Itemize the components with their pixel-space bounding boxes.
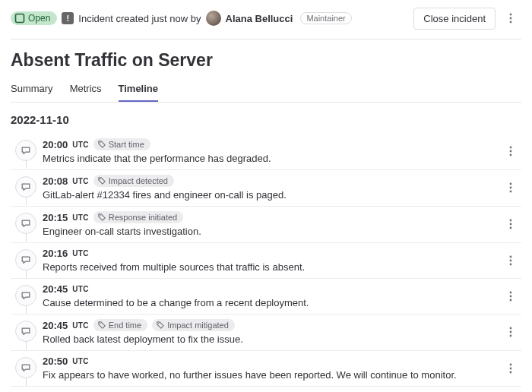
event-tz: UTC (72, 285, 88, 293)
tag-icon (98, 177, 106, 185)
svg-point-23 (158, 323, 160, 324)
svg-point-16 (510, 256, 512, 258)
event-time: 20:00 (43, 139, 68, 150)
timeline-connector (26, 234, 27, 242)
svg-point-9 (510, 183, 512, 185)
timeline-list: 20:00UTCStart timeMetrics indicate that … (11, 134, 521, 392)
timeline-item: 21:00UTCMarking incident as resolved, ti… (11, 387, 521, 392)
svg-point-11 (510, 191, 512, 193)
tag-icon (98, 321, 106, 329)
event-time: 20:45 (43, 320, 68, 331)
comment-icon (15, 213, 36, 234)
close-incident-button[interactable]: Close incident (413, 8, 496, 30)
event-tag-label: Impact mitigated (167, 321, 229, 330)
timeline-head: 20:50UTC (43, 356, 500, 367)
tag-icon (157, 321, 164, 329)
event-time: 20:50 (43, 356, 68, 367)
header-more-menu[interactable] (500, 7, 521, 30)
event-text: Cause determined to be a change from a r… (43, 297, 500, 308)
event-text: Engineer on-call starts investigation. (43, 226, 500, 237)
timeline-connector (26, 198, 27, 205)
svg-point-15 (510, 227, 512, 229)
event-text: Rolled back latest deployment to fix the… (43, 334, 500, 345)
svg-point-26 (510, 335, 512, 337)
event-text: GitLab-alert #12334 fires and engineer o… (43, 189, 500, 201)
event-tag-label: Start time (109, 140, 144, 149)
svg-point-20 (510, 296, 512, 298)
timeline-body: 20:45UTCCause determined to be a change … (41, 283, 500, 308)
event-tz: UTC (72, 321, 88, 330)
event-time: 20:45 (43, 283, 68, 295)
svg-point-8 (100, 179, 101, 180)
timeline-item: 20:16UTCReports received from multiple s… (11, 243, 521, 279)
event-tz: UTC (72, 249, 88, 258)
svg-point-18 (510, 264, 512, 266)
timeline-item: 20:45UTCEnd timeImpact mitigatedRolled b… (11, 315, 521, 351)
comment-icon (15, 357, 36, 378)
comment-icon (15, 140, 36, 161)
timeline-actions (500, 211, 521, 236)
timeline-connector (26, 342, 27, 349)
event-more-menu[interactable] (500, 321, 521, 343)
timeline-body: 20:00UTCStart timeMetrics indicate that … (41, 138, 500, 164)
svg-point-5 (510, 147, 512, 149)
svg-point-22 (100, 323, 101, 324)
event-tz: UTC (72, 141, 88, 149)
tabs: SummaryMetricsTimeline (11, 78, 521, 103)
timeline-icon-col (11, 356, 41, 378)
svg-point-3 (510, 21, 512, 24)
timeline-connector (26, 306, 27, 314)
event-tag: Response initiated (93, 211, 184, 223)
timeline-item: 20:08UTCImpact detectedGitLab-alert #123… (11, 170, 521, 207)
event-tag: Start time (93, 138, 150, 150)
tag-icon (98, 213, 106, 221)
event-more-menu[interactable] (500, 357, 521, 380)
timeline-date: 2022-11-10 (11, 113, 521, 126)
svg-point-25 (510, 331, 512, 334)
timeline-actions (500, 283, 521, 308)
timeline-icon-col (11, 138, 41, 161)
event-tag: Impact mitigated (152, 319, 235, 331)
event-tag: Impact detected (93, 175, 174, 187)
incident-meta-prefix: Incident created just now by (78, 13, 201, 24)
incident-title: Absent Traffic on Server (11, 50, 521, 71)
tag-icon (98, 141, 106, 148)
event-tz: UTC (72, 357, 88, 365)
timeline-connector (26, 161, 27, 169)
event-time: 20:08 (43, 175, 68, 187)
svg-point-4 (100, 142, 101, 144)
timeline-head: 20:00UTCStart time (43, 138, 500, 150)
event-more-menu[interactable] (500, 285, 521, 308)
status-label: Open (28, 13, 50, 24)
timeline-icon-col (11, 283, 41, 306)
event-more-menu[interactable] (500, 140, 521, 163)
svg-point-2 (510, 17, 512, 20)
tab-metrics[interactable]: Metrics (70, 78, 102, 102)
tab-timeline[interactable]: Timeline (119, 78, 159, 102)
event-text: Fix appears to have worked, no further i… (43, 369, 500, 381)
incident-header: Open ! Incident created just now by Alan… (11, 6, 521, 40)
svg-point-27 (510, 364, 512, 366)
comment-icon (15, 285, 36, 306)
timeline-head: 20:15UTCResponse initiated (43, 211, 500, 223)
comment-icon (15, 249, 36, 270)
timeline-actions (500, 138, 521, 163)
incident-header-left: Open ! Incident created just now by Alan… (11, 11, 352, 26)
svg-point-21 (510, 299, 512, 302)
event-more-menu[interactable] (500, 213, 521, 236)
timeline-head: 20:08UTCImpact detected (43, 175, 500, 187)
tab-summary[interactable]: Summary (11, 78, 53, 102)
timeline-head: 20:45UTCEnd timeImpact mitigated (43, 319, 500, 331)
svg-point-10 (510, 187, 512, 189)
timeline-actions (500, 248, 521, 272)
author-name[interactable]: Alana Bellucci (226, 13, 293, 24)
event-tag: End time (93, 319, 147, 331)
event-tag-label: Impact detected (109, 176, 168, 185)
svg-point-28 (510, 368, 512, 370)
event-more-menu[interactable] (500, 176, 521, 199)
svg-point-19 (510, 292, 512, 294)
comment-icon (15, 176, 36, 198)
svg-point-14 (510, 223, 512, 226)
timeline-body: 20:08UTCImpact detectedGitLab-alert #123… (41, 175, 500, 201)
event-more-menu[interactable] (500, 249, 521, 272)
